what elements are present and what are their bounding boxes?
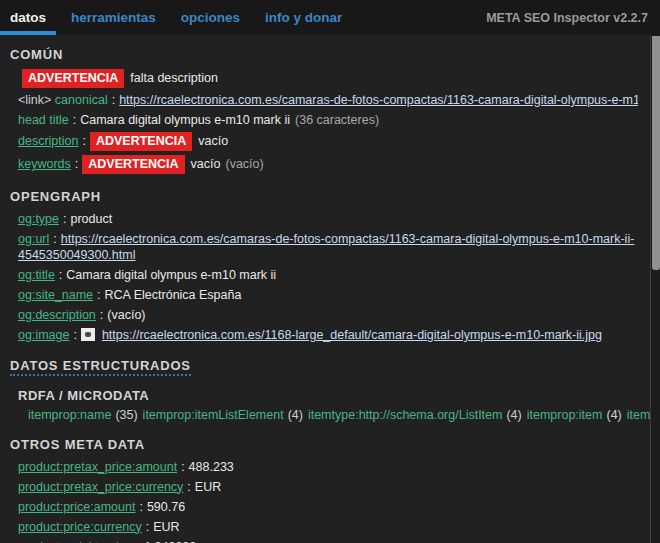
meta-data-value: 488.233 bbox=[189, 460, 234, 474]
microdata-item-name: itemprop:name bbox=[28, 408, 111, 422]
meta-data-row: product:pretax_price:amount:488.233 bbox=[18, 457, 638, 477]
meta-data-value: EUR bbox=[195, 480, 221, 494]
microdata-item: itemprop:name(35) bbox=[28, 408, 138, 422]
og-type-value: product bbox=[71, 212, 113, 226]
scrollbar-thumb[interactable] bbox=[652, 36, 660, 270]
head-title-label: head title bbox=[18, 113, 69, 127]
og-description-label[interactable]: og:description bbox=[18, 308, 96, 322]
microdata-item-name: itemprop:itemListElement bbox=[143, 408, 284, 422]
section-title-opengraph: OPENGRAPH bbox=[10, 189, 638, 204]
otros-meta-list: product:pretax_price:amount:488.233 prod… bbox=[10, 457, 638, 543]
meta-seo-inspector-panel: datos herramientas opciones info y donar… bbox=[0, 0, 660, 543]
meta-data-label[interactable]: product:price:currency bbox=[18, 520, 142, 534]
microdata-item-count: (4) bbox=[506, 408, 521, 422]
microdata-item-list: itemprop:name(35)itemprop:itemListElemen… bbox=[28, 408, 638, 424]
meta-data-label[interactable]: product:price:amount bbox=[18, 500, 135, 514]
row-og-image: og:image:https://rcaelectronica.com.es/1… bbox=[18, 325, 638, 345]
keywords-value: vacío bbox=[191, 157, 221, 171]
microdata-item-count: (35) bbox=[115, 408, 137, 422]
meta-data-value: 590.76 bbox=[147, 500, 185, 514]
canonical-label: canonical bbox=[55, 93, 108, 107]
meta-data-label[interactable]: product:pretax_price:amount bbox=[18, 460, 177, 474]
tab-info-y-donar[interactable]: info y donar bbox=[255, 0, 352, 35]
row-keywords: keywords:ADVERTENCIAvacío(vacío) bbox=[18, 153, 638, 176]
microdata-item: itemprop:itemListElement(4) bbox=[143, 408, 303, 422]
og-url-link[interactable]: https://rcaelectronica.com.es/camaras-de… bbox=[18, 232, 634, 262]
microdata-item-name: itemtype:http://schema.org/ListItem bbox=[308, 408, 503, 422]
row-og-site-name: og:site_name:RCA Electrónica España bbox=[18, 285, 638, 305]
row-missing-description: ADVERTENCIAfalta description bbox=[18, 67, 638, 90]
og-image-thumbnail[interactable] bbox=[81, 328, 95, 341]
section-title-comun: COMÚN bbox=[10, 47, 638, 62]
warning-badge: ADVERTENCIA bbox=[22, 69, 124, 88]
subsection-title-rdfa-microdata: RDFA / MICRODATA bbox=[18, 388, 638, 403]
microdata-item: itemtype:http://schema.org/ListItem(4) bbox=[308, 408, 522, 422]
app-version-title: META SEO Inspector v2.2.7 bbox=[486, 11, 660, 25]
row-og-title: og:title:Camara digital olympus e-m10 ma… bbox=[18, 265, 638, 285]
row-og-type: og:type:product bbox=[18, 209, 638, 229]
meta-data-row: product:pretax_price:currency:EUR bbox=[18, 477, 638, 497]
meta-data-value: EUR bbox=[153, 520, 179, 534]
datos-estructurados-toggle[interactable]: DATOS ESTRUCTURADOS bbox=[10, 358, 191, 376]
head-title-length-note: (36 caracteres) bbox=[295, 113, 379, 127]
link-tag-label: <link> bbox=[18, 93, 51, 107]
row-og-url: og:url:https://rcaelectronica.com.es/cam… bbox=[18, 229, 638, 265]
tab-herramientas[interactable]: herramientas bbox=[61, 0, 166, 35]
og-title-label[interactable]: og:title bbox=[18, 268, 55, 282]
keywords-label[interactable]: keywords bbox=[18, 157, 71, 171]
og-url-label[interactable]: og:url bbox=[18, 232, 49, 246]
meta-data-value: 1.340000 bbox=[144, 540, 196, 543]
og-image-label[interactable]: og:image bbox=[18, 328, 69, 342]
meta-data-label[interactable]: product:pretax_price:currency bbox=[18, 480, 183, 494]
microdata-item-count: (4) bbox=[606, 408, 621, 422]
tab-bar: datos herramientas opciones info y donar bbox=[0, 0, 357, 35]
section-title-otros-meta-data: OTROS META DATA bbox=[10, 437, 638, 452]
head-title-value: Camara digital olympus e-m10 mark ii bbox=[80, 113, 290, 127]
og-title-value: Camara digital olympus e-m10 mark ii bbox=[66, 268, 276, 282]
tab-datos[interactable]: datos bbox=[0, 0, 56, 35]
warning-badge: ADVERTENCIA bbox=[90, 132, 192, 151]
keywords-note: (vacío) bbox=[225, 157, 263, 171]
og-site-name-value: RCA Electrónica España bbox=[105, 288, 242, 302]
top-nav: datos herramientas opciones info y donar… bbox=[0, 0, 660, 35]
microdata-item-count: (4) bbox=[288, 408, 303, 422]
warning-text: falta description bbox=[130, 71, 218, 85]
row-og-description: og:description:(vacío) bbox=[18, 305, 638, 325]
section-title-datos-estructurados: DATOS ESTRUCTURADOS bbox=[10, 358, 638, 376]
microdata-item: itemprop:item(4) bbox=[527, 408, 622, 422]
og-image-url-link[interactable]: https://rcaelectronica.com.es/1168-large… bbox=[102, 328, 602, 342]
warning-badge: ADVERTENCIA bbox=[82, 155, 184, 174]
meta-data-row: product:price:currency:EUR bbox=[18, 517, 638, 537]
meta-data-label[interactable]: product:weight:value bbox=[18, 540, 133, 543]
microdata-item-name: itemprop:item bbox=[527, 408, 603, 422]
description-label[interactable]: description bbox=[18, 134, 78, 148]
scrollbar[interactable] bbox=[650, 35, 660, 543]
canonical-url-link[interactable]: https://rcaelectronica.com.es/camaras-de… bbox=[119, 93, 638, 107]
tab-opciones[interactable]: opciones bbox=[171, 0, 250, 35]
og-description-value: (vacío) bbox=[107, 308, 145, 322]
description-value: vacío bbox=[198, 134, 228, 148]
row-description: description:ADVERTENCIAvacío bbox=[18, 130, 638, 153]
row-head-title: head title:Camara digital olympus e-m10 … bbox=[18, 110, 638, 130]
row-canonical: <link> canonical:https://rcaelectronica.… bbox=[18, 90, 638, 110]
meta-data-row: product:price:amount:590.76 bbox=[18, 497, 638, 517]
og-type-label[interactable]: og:type bbox=[18, 212, 59, 226]
meta-data-row: product:weight:value:1.340000 bbox=[18, 537, 638, 543]
og-site-name-label[interactable]: og:site_name bbox=[18, 288, 93, 302]
report-content: COMÚN ADVERTENCIAfalta description <link… bbox=[0, 35, 660, 543]
